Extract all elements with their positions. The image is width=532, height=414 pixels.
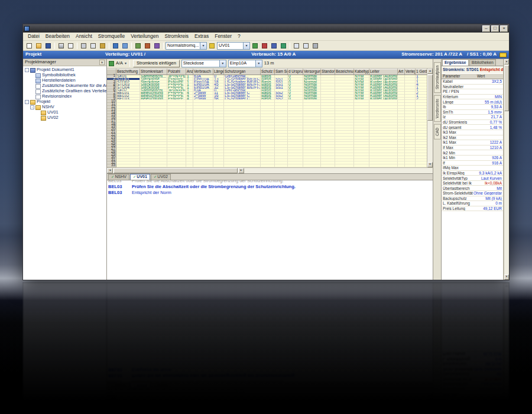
tree-node-uv02[interactable]: UV02: [23, 115, 106, 121]
horizontal-scrollbar[interactable]: ◄ ►: [107, 167, 433, 173]
chevron-down-icon[interactable]: ▾: [255, 60, 262, 67]
result-row[interactable]: Selektivität bei IkIk<0,08kA: [442, 181, 503, 186]
side-tab-stromlaufplan[interactable]: Stromlaufplan: [434, 62, 441, 93]
menu-item-stromquelle[interactable]: Stromquelle: [95, 33, 128, 40]
sheet-tab-uv02[interactable]: ✓UV02: [151, 174, 171, 180]
message-row[interactable]: BEL03Entspricht der Norm: [108, 190, 432, 196]
column-header-beschriftung[interactable]: Beschriftung: [116, 69, 140, 75]
menu-item-help[interactable]: ?: [235, 33, 244, 40]
minimize-button[interactable]: –: [482, 25, 490, 32]
tree-node-zusätzliche-grafiken-des-verteilerschaltplan[interactable]: Zusätzliche Grafiken des Verteilerschalt…: [23, 89, 106, 94]
menu-item-datei[interactable]: Datei: [25, 33, 43, 40]
column-header-d-ursprung[interactable]: d Ursprung: [288, 69, 303, 75]
result-row[interactable]: Länge55 m (dU): [442, 99, 503, 105]
add-distribution-icon[interactable]: [251, 41, 259, 50]
side-tab-cad[interactable]: CAD: [434, 124, 441, 140]
schematic-view-icon[interactable]: [153, 41, 161, 50]
result-row[interactable]: Ik3 Max: [442, 130, 503, 135]
scrollbar-thumb[interactable]: [113, 168, 238, 173]
tree-node-nshv[interactable]: -NSHV: [23, 105, 106, 110]
result-row[interactable]: IfMg Max: [442, 166, 503, 171]
menu-item-verteilungen[interactable]: Verteilungen: [128, 33, 161, 40]
power-source-icon[interactable]: [207, 41, 216, 50]
open-project-icon[interactable]: [34, 41, 43, 50]
tree-expander-icon[interactable]: -: [25, 100, 29, 104]
result-row[interactable]: Preis Leitung49,12 EUR: [442, 206, 503, 212]
table-view-icon[interactable]: [134, 41, 142, 50]
print-preview-icon[interactable]: [66, 41, 75, 50]
menu-item-ansicht[interactable]: Ansicht: [73, 33, 95, 40]
redo-icon[interactable]: [121, 41, 129, 50]
scroll-down-icon[interactable]: ▼: [427, 162, 433, 167]
side-tab-vorderseite[interactable]: Vorderseite: [434, 95, 441, 122]
tree-node-symbolbibliothek[interactable]: Symbolbibliothek: [23, 73, 106, 78]
sheet-tab-uv01[interactable]: ✓UV01: [130, 174, 150, 180]
undo-icon[interactable]: [111, 41, 120, 50]
chevron-down-icon[interactable]: ▾: [125, 62, 126, 66]
menu-item-fenster[interactable]: Fenster: [212, 33, 235, 40]
source-combo[interactable]: Normalstromq...▾: [166, 42, 207, 50]
vertical-scrollbar[interactable]: ▲ ▼: [427, 69, 433, 167]
result-row[interactable]: dU gesamt1,48 %: [442, 125, 503, 130]
tree-node-uv01[interactable]: UV01: [23, 110, 106, 115]
column-header-art[interactable]: Art: [398, 69, 405, 75]
results-tab-ergebnisse[interactable]: Ergebnisse: [442, 59, 469, 66]
result-row[interactable]: ÜberlastbereichMit: [442, 186, 503, 191]
scrollbar-thumb[interactable]: [504, 65, 509, 111]
column-header-verleg[interactable]: Verleg: [405, 69, 416, 75]
result-row[interactable]: Kabel3X2,5: [442, 79, 503, 85]
result-row[interactable]: Strom-SelektivitätOhne Gegenstand: [442, 191, 503, 196]
chevron-down-icon[interactable]: ▾: [243, 43, 249, 49]
tree-expander-icon[interactable]: -: [30, 105, 34, 109]
window-titlebar[interactable]: – □ ×: [23, 24, 509, 33]
column-header-standort[interactable]: Standort: [321, 69, 335, 75]
column-header-bezeichnung[interactable]: Bezeichnung: [335, 69, 354, 75]
phase-label[interactable]: A/A: [116, 61, 123, 66]
tree-node-projekt-dokument1[interactable]: -Projekt Dokument1: [23, 67, 106, 73]
result-row[interactable]: If916 A: [442, 161, 503, 166]
tree-expander-icon[interactable]: -: [25, 68, 29, 72]
copy-icon[interactable]: [89, 41, 98, 50]
result-row[interactable]: Ik2 Max: [442, 135, 503, 141]
diagram-view-icon[interactable]: [143, 41, 152, 50]
message-row[interactable]: BEL03Prüfen Sie die Abschaltzeit oder di…: [108, 180, 432, 184]
chevron-down-icon[interactable]: ▾: [200, 43, 206, 49]
column-header-verbrauch[interactable]: Verbrauch: [193, 69, 213, 75]
column-header-kabeltyp[interactable]: Kabeltyp: [354, 69, 369, 75]
menu-item-extras[interactable]: Extras: [192, 33, 212, 40]
scroll-left-icon[interactable]: ◄: [107, 168, 113, 173]
result-row[interactable]: Neutralleiter: [442, 85, 503, 90]
close-panel-icon[interactable]: ×: [99, 60, 105, 65]
column-header-länge[interactable]: Länge: [213, 69, 224, 75]
zoom-in-icon[interactable]: [292, 41, 301, 50]
column-header-schutzorgan[interactable]: Schutzorgan: [224, 69, 261, 75]
insert-circuit-button[interactable]: Stromkreis einfügen: [133, 60, 180, 67]
cut-icon[interactable]: [79, 41, 88, 50]
print-report-icon[interactable]: [311, 41, 320, 50]
scrollbar-thumb[interactable]: [427, 75, 433, 121]
result-row[interactable]: Ib9,53 A: [442, 105, 503, 110]
result-row[interactable]: Ik2 Min: [442, 150, 503, 156]
zoom-out-icon[interactable]: [301, 41, 310, 50]
calculate-icon[interactable]: [270, 41, 278, 50]
column-header-polzahl[interactable]: Polzahl: [167, 69, 186, 75]
column-header-1-gerä[interactable]: 1 Gerä: [416, 69, 427, 75]
distribution-combo[interactable]: UV01▾: [217, 42, 250, 50]
result-row[interactable]: L. Kabelführung0 m: [442, 201, 503, 206]
result-row[interactable]: BackupschutzMit (9 kA): [442, 196, 503, 202]
check-norm-icon[interactable]: [279, 41, 288, 50]
column-header-schutz-es[interactable]: Schutz ES: [261, 69, 275, 75]
column-header-stromkreisart[interactable]: Stromkreisart: [140, 69, 167, 75]
results-scrollbar[interactable]: ▲ ▼: [504, 59, 509, 280]
load-combo[interactable]: Einp10A ▾: [228, 60, 262, 67]
message-row[interactable]: BEL03Prüfen Sie die Abschaltzeit oder di…: [108, 184, 432, 190]
menu-item-bearbeiten[interactable]: Bearbeiten: [43, 33, 73, 40]
column-header-anz[interactable]: Anz: [186, 69, 193, 75]
close-button[interactable]: ×: [500, 25, 508, 32]
maximize-button[interactable]: □: [491, 25, 499, 32]
chevron-down-icon[interactable]: ▾: [219, 60, 226, 67]
circuit-type-combo[interactable]: Steckdose ▾: [181, 60, 226, 67]
print-icon[interactable]: [57, 41, 66, 50]
result-row[interactable]: SelektivitätTypLaut Kurven: [442, 176, 503, 181]
save-icon[interactable]: [44, 41, 53, 50]
